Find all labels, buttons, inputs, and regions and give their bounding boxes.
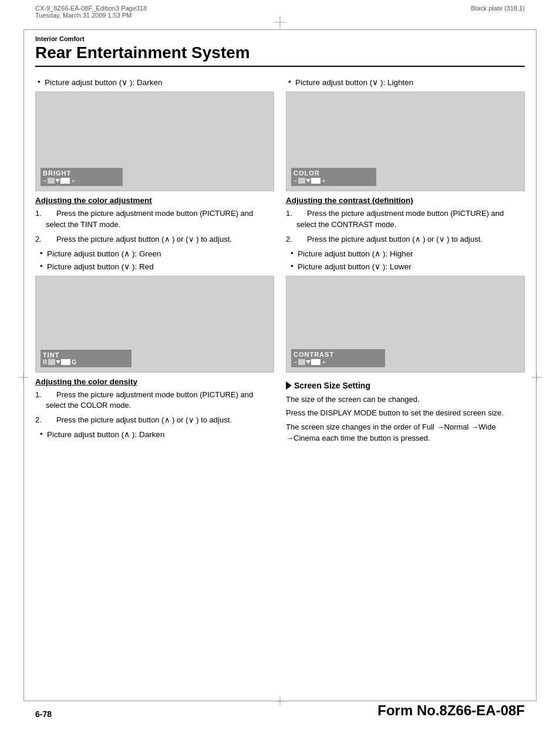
- color-adj-step-2-num: 2.: [35, 234, 42, 245]
- tint-tick-7: [68, 359, 70, 365]
- bright-bullet: Picture adjust button (∨ ): Darken: [35, 77, 274, 87]
- tint-g-label: G: [72, 359, 76, 366]
- contrast-step-2-text: Press the picture adjust button (∧ ) or …: [307, 235, 483, 244]
- tint-tick-marker: [56, 360, 60, 364]
- tint-osd-bar: TINT R G: [41, 350, 131, 367]
- color-density-step-1-num: 1.: [35, 390, 42, 401]
- bright-osd-bar: BRIGHT − +: [41, 168, 123, 186]
- contrast-heading: Adjusting the contrast (definition): [286, 196, 525, 205]
- bright-osd-label: BRIGHT: [43, 170, 119, 177]
- page-footer: 6-78 Form No.8Z66-EA-08F: [35, 702, 525, 719]
- color-adj-step-2-text: Press the picture adjust button (∧ ) or …: [56, 235, 232, 244]
- color-tick-marker: [306, 179, 311, 182]
- contrast-step-1: 1. Press the picture adjustment mode but…: [286, 208, 525, 231]
- screen-size-heading: Screen Size Setting: [294, 381, 370, 390]
- color-density-step-2-num: 2.: [35, 415, 42, 426]
- color-adj-bullet-1: Picture adjust button (∧ ): Green: [38, 249, 274, 258]
- page-title: Rear Entertainment System: [35, 43, 525, 62]
- color-density-step-2: 2. Press the picture adjust button (∧ ) …: [35, 415, 274, 426]
- color-screen-box: COLOR − +: [286, 92, 525, 191]
- crosshair-left-icon: [19, 373, 28, 382]
- screen-size-text2: Press the DISPLAY MODE button to set the…: [286, 407, 525, 419]
- title-rule: [35, 66, 525, 67]
- bright-plus: +: [71, 177, 75, 184]
- color-adj-bullet-2: Picture adjust button (∨ ): Red: [38, 262, 274, 271]
- color-osd-scale: − +: [294, 177, 373, 184]
- page-number: 6-78: [35, 709, 52, 719]
- lighten-bullet: Picture adjust button (∨ ): Lighten: [286, 77, 525, 87]
- contrast-minus: −: [294, 359, 297, 366]
- color-density-step-1: 1. Press the picture adjustment mode but…: [35, 390, 274, 412]
- color-osd-bar: COLOR − +: [291, 168, 376, 186]
- contrast-plus: +: [322, 359, 325, 366]
- color-adj-step-2: 2. Press the picture adjust button (∧ ) …: [35, 234, 274, 245]
- crosshair-right-icon: [532, 373, 541, 382]
- tint-osd-scale: R G: [43, 359, 128, 366]
- screen-size-triangle-icon: [286, 381, 292, 390]
- contrast-osd-label: CONTRAST: [294, 351, 382, 358]
- color-plus: +: [322, 177, 325, 184]
- contrast-step-1-text: Press the picture adjustment mode button…: [296, 209, 504, 229]
- color-density-heading: Adjusting the color density: [35, 377, 274, 386]
- bright-tick-marker: [55, 179, 60, 182]
- tint-osd-label: TINT: [43, 351, 128, 359]
- color-adj-bullets: Picture adjust button (∧ ): Green Pictur…: [38, 249, 274, 271]
- color-adj-step-1: 1. Press the picture adjustment mode but…: [35, 208, 274, 231]
- color-osd-label: COLOR: [294, 170, 373, 177]
- screen-size-text3: The screen size changes in the order of …: [286, 421, 525, 444]
- bright-minus: −: [43, 177, 46, 184]
- doc-header: CX-9_8Z66-EA-08F_Edition3 Page318 Tuesda…: [35, 5, 147, 19]
- color-adj-step-1-text: Press the picture adjustment mode button…: [46, 209, 253, 229]
- section-label: Interior Comfort: [35, 35, 525, 42]
- page-border-top: [23, 29, 537, 30]
- screen-size-heading-container: Screen Size Setting: [286, 381, 525, 390]
- color-tick-7: [318, 178, 321, 184]
- two-column-layout: Picture adjust button (∨ ): Darken BRIGH…: [35, 77, 525, 444]
- screen-size-text1: The size of the screen can be changed.: [286, 394, 525, 405]
- color-tick-3: [303, 178, 305, 184]
- contrast-tick-7: [318, 359, 321, 365]
- tint-tick-3: [53, 359, 55, 365]
- contrast-bullets: Picture adjust button (∧ ): Higher Pictu…: [288, 249, 525, 271]
- color-density-bullets: Picture adjust button (∧ ): Darken: [38, 430, 274, 439]
- right-column: Picture adjust button (∨ ): Lighten COLO…: [286, 77, 525, 444]
- contrast-bullet-2: Picture adjust button (∨ ): Lower: [288, 262, 525, 271]
- color-adj-heading: Adjusting the color adjustment: [35, 196, 274, 205]
- contrast-osd-bar: CONTRAST − +: [291, 349, 385, 367]
- color-density-step-2-text: Press the picture adjust button (∧ ) or …: [56, 415, 232, 424]
- color-minus: −: [294, 177, 297, 184]
- header-line1: CX-9_8Z66-EA-08F_Edition3 Page318: [35, 5, 147, 12]
- contrast-tick-3: [303, 359, 305, 365]
- doc-header-right: Black plate (318,1): [471, 5, 525, 12]
- form-number: Form No.8Z66-EA-08F: [377, 702, 525, 719]
- contrast-tick-marker: [306, 360, 311, 364]
- bright-screen-box: BRIGHT − +: [35, 92, 274, 191]
- contrast-screen-box: CONTRAST − +: [286, 276, 525, 373]
- contrast-step-2: 2. Press the picture adjust button (∧ ) …: [286, 234, 525, 245]
- contrast-step-2-num: 2.: [286, 234, 292, 245]
- bright-tick-7: [68, 178, 70, 184]
- page-border-right: [536, 29, 537, 701]
- tint-screen-box: TINT R G: [35, 276, 274, 373]
- page-border-left: [23, 29, 24, 701]
- color-density-step-1-text: Press the picture adjustment mode button…: [46, 390, 253, 410]
- contrast-step-1-num: 1.: [286, 208, 292, 219]
- color-density-bullet-1: Picture adjust button (∧ ): Darken: [38, 430, 274, 439]
- color-adj-step-1-num: 1.: [35, 208, 42, 219]
- bright-tick-3: [52, 178, 55, 184]
- contrast-bullet-1: Picture adjust button (∧ ): Higher: [288, 249, 525, 258]
- left-column: Picture adjust button (∨ ): Darken BRIGH…: [35, 77, 274, 444]
- bright-osd-scale: − +: [43, 177, 119, 184]
- header-line2: Tuesday, March 31 2009 1:53 PM: [35, 12, 147, 19]
- tint-r-label: R: [43, 359, 47, 366]
- main-content: Interior Comfort Rear Entertainment Syst…: [35, 35, 525, 695]
- crosshair-top-icon: [274, 16, 286, 28]
- contrast-osd-scale: − +: [294, 359, 382, 366]
